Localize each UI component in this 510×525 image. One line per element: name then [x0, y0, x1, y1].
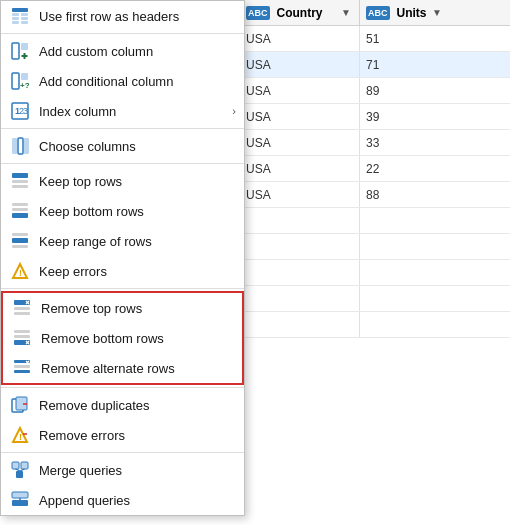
- use-first-row-icon: [9, 5, 31, 27]
- svg-rect-23: [12, 185, 28, 188]
- cell-units: [360, 286, 450, 311]
- cell-country: USA: [240, 78, 360, 103]
- svg-rect-59: [12, 500, 28, 506]
- menu-item-remove-top-rows[interactable]: Remove top rows: [3, 293, 242, 323]
- units-type-icon: ABC: [366, 6, 393, 20]
- menu-item-remove-bottom-rows[interactable]: Remove bottom rows: [3, 323, 242, 353]
- cell-country: USA: [240, 182, 360, 207]
- keep-errors-label: Keep errors: [39, 264, 107, 279]
- separator: [1, 288, 244, 289]
- keep-bottom-rows-label: Keep bottom rows: [39, 204, 144, 219]
- cell-country: USA: [240, 52, 360, 77]
- menu-item-remove-alternate-rows[interactable]: Remove alternate rows: [3, 353, 242, 383]
- svg-rect-2: [21, 13, 28, 16]
- remove-errors-icon: !: [9, 424, 31, 446]
- svg-rect-8: [21, 43, 28, 50]
- remove-alternate-rows-icon: [11, 357, 33, 379]
- svg-rect-54: [21, 462, 28, 469]
- svg-rect-21: [12, 173, 28, 178]
- remove-bottom-rows-icon: [11, 327, 33, 349]
- cell-units: [360, 234, 450, 259]
- col-units-header: ABC Units ▼: [360, 0, 450, 25]
- svg-rect-44: [14, 370, 30, 373]
- cell-units: 89: [360, 78, 450, 103]
- remove-alternate-rows-label: Remove alternate rows: [41, 361, 175, 376]
- col-country-header: ABC Country ▼: [240, 0, 360, 25]
- svg-rect-26: [12, 213, 28, 218]
- svg-rect-19: [18, 138, 23, 154]
- add-conditional-col-icon: +?: [9, 70, 31, 92]
- cell-country: [240, 260, 360, 285]
- separator: [1, 128, 244, 129]
- choose-cols-icon: [9, 135, 31, 157]
- svg-rect-7: [12, 43, 19, 59]
- cell-units: 22: [360, 156, 450, 181]
- menu-item-keep-errors[interactable]: ! Keep errors: [1, 256, 244, 286]
- remove-errors-label: Remove errors: [39, 428, 125, 443]
- merge-queries-label: Merge queries: [39, 463, 122, 478]
- svg-rect-3: [12, 17, 19, 20]
- svg-rect-28: [12, 238, 28, 243]
- menu-item-keep-top-rows[interactable]: Keep top rows: [1, 166, 244, 196]
- svg-rect-0: [12, 8, 28, 12]
- svg-rect-34: [14, 312, 30, 315]
- separator: [1, 387, 244, 388]
- cell-country: [240, 312, 360, 337]
- menu-item-index-col[interactable]: 1 2 3 Index column ›: [1, 96, 244, 126]
- country-filter-button[interactable]: ▼: [339, 7, 353, 18]
- menu-item-keep-bottom-rows[interactable]: Keep bottom rows: [1, 196, 244, 226]
- cell-units: 71: [360, 52, 450, 77]
- svg-rect-33: [14, 307, 30, 310]
- menu-item-append-queries[interactable]: Append queries: [1, 485, 244, 515]
- add-conditional-col-label: Add conditional column: [39, 74, 173, 89]
- cell-units: 39: [360, 104, 450, 129]
- cell-country: USA: [240, 130, 360, 155]
- cell-units: 33: [360, 130, 450, 155]
- menu-item-remove-duplicates[interactable]: Remove duplicates: [1, 390, 244, 420]
- remove-top-rows-label: Remove top rows: [41, 301, 142, 316]
- svg-rect-25: [12, 208, 28, 211]
- svg-rect-11: [12, 73, 19, 89]
- cell-units: [360, 260, 450, 285]
- svg-rect-37: [14, 330, 30, 333]
- country-type-icon: ABC: [246, 6, 273, 20]
- index-col-arrow: ›: [232, 105, 236, 117]
- cell-country: [240, 286, 360, 311]
- units-filter-button[interactable]: ▼: [430, 7, 444, 18]
- menu-item-add-custom-col[interactable]: Add custom column: [1, 36, 244, 66]
- highlight-group: Remove top rows Remove bottom rows: [1, 291, 244, 385]
- keep-bottom-rows-icon: [9, 200, 31, 222]
- svg-text:!: !: [19, 432, 22, 442]
- menu-item-merge-queries[interactable]: Merge queries: [1, 455, 244, 485]
- separator: [1, 452, 244, 453]
- svg-rect-4: [21, 17, 28, 20]
- menu-item-keep-range-rows[interactable]: Keep range of rows: [1, 226, 244, 256]
- cell-units: [360, 312, 450, 337]
- menu-item-remove-errors[interactable]: ! Remove errors: [1, 420, 244, 450]
- remove-top-rows-icon: [11, 297, 33, 319]
- cell-country: USA: [240, 104, 360, 129]
- svg-rect-24: [12, 203, 28, 206]
- use-first-row-label: Use first row as headers: [39, 9, 179, 24]
- svg-rect-18: [12, 138, 17, 154]
- remove-duplicates-icon: [9, 394, 31, 416]
- remove-bottom-rows-label: Remove bottom rows: [41, 331, 164, 346]
- svg-rect-43: [14, 365, 30, 368]
- svg-rect-53: [12, 462, 19, 469]
- svg-rect-38: [14, 335, 30, 338]
- svg-rect-1: [12, 13, 19, 16]
- svg-rect-22: [12, 180, 28, 183]
- cell-country: [240, 208, 360, 233]
- svg-rect-55: [16, 471, 23, 478]
- keep-range-rows-icon: [9, 230, 31, 252]
- menu-item-add-conditional-col[interactable]: +? Add conditional column: [1, 66, 244, 96]
- choose-cols-label: Choose columns: [39, 139, 136, 154]
- svg-text:+?: +?: [20, 81, 29, 90]
- keep-range-rows-label: Keep range of rows: [39, 234, 152, 249]
- svg-rect-27: [12, 233, 28, 236]
- units-col-label: Units: [397, 6, 427, 20]
- menu-item-use-first-row[interactable]: Use first row as headers: [1, 1, 244, 31]
- svg-rect-20: [24, 138, 29, 154]
- menu-item-choose-cols[interactable]: Choose columns: [1, 131, 244, 161]
- cell-units: 88: [360, 182, 450, 207]
